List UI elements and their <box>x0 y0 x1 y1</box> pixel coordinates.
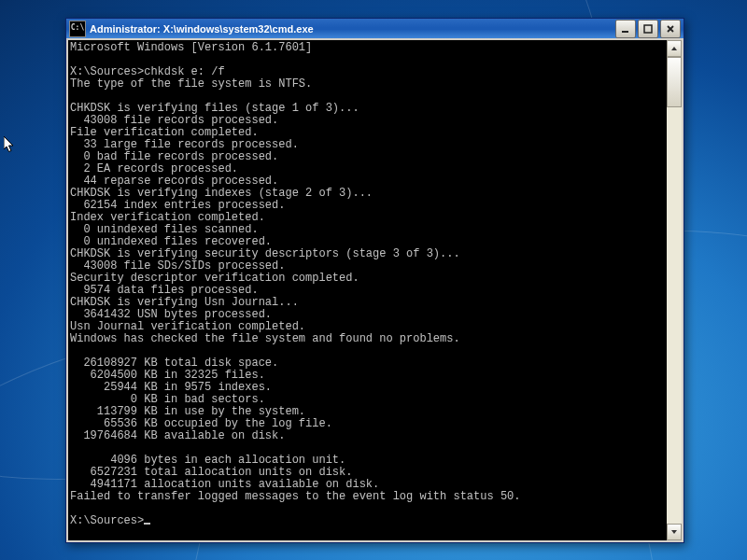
scroll-up-button[interactable] <box>667 40 682 57</box>
scroll-thumb[interactable] <box>667 57 682 107</box>
close-button[interactable] <box>660 20 681 38</box>
console-output[interactable]: Microsoft Windows [Version 6.1.7601] X:\… <box>68 40 667 540</box>
mouse-cursor <box>4 136 15 154</box>
cmd-window: C:\ Administrator: X:\windows\system32\c… <box>65 18 684 543</box>
minimize-button[interactable] <box>615 20 636 38</box>
vertical-scrollbar[interactable] <box>667 40 682 540</box>
titlebar[interactable]: C:\ Administrator: X:\windows\system32\c… <box>66 19 684 38</box>
cmd-icon: C:\ <box>69 21 86 37</box>
text-cursor <box>144 523 150 525</box>
svg-rect-0 <box>622 31 628 33</box>
scroll-track[interactable] <box>667 57 682 524</box>
scroll-down-button[interactable] <box>667 524 682 540</box>
svg-rect-1 <box>644 25 652 33</box>
window-title: Administrator: X:\windows\system32\cmd.e… <box>90 23 615 35</box>
prompt: X:\Sources> <box>70 514 144 527</box>
maximize-button[interactable] <box>638 20 658 38</box>
